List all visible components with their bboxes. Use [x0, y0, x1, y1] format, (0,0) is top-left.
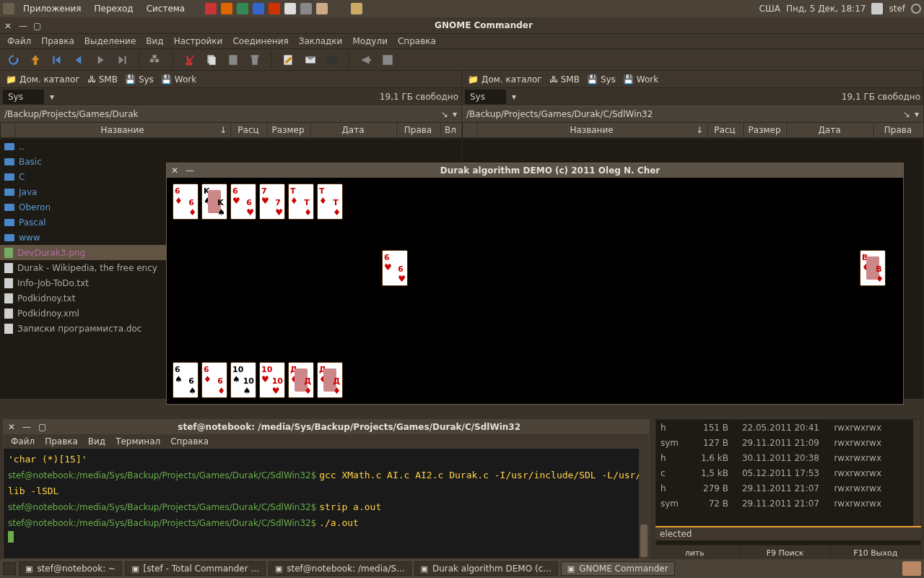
drive-work[interactable]: 💾 Work: [161, 74, 196, 85]
forward-icon[interactable]: [94, 53, 107, 66]
menu-edit[interactable]: Правка: [41, 36, 74, 46]
save-icon[interactable]: [253, 3, 264, 14]
copy-icon[interactable]: [205, 53, 218, 66]
menu-bookmarks[interactable]: Закладки: [299, 36, 343, 46]
file-row[interactable]: h1,6 kB30.11.2011 20:38rwxrwxrwx: [656, 450, 920, 465]
scrollbar[interactable]: [913, 420, 920, 532]
user-name[interactable]: stef: [889, 4, 905, 14]
remote-icon[interactable]: [359, 53, 372, 66]
playing-card[interactable]: K♠K♠: [201, 184, 227, 220]
chevron-down-icon[interactable]: ▾: [915, 109, 919, 119]
trash-icon[interactable]: [902, 561, 921, 576]
task-button[interactable]: ▣ stef@notebook: ~: [19, 561, 122, 576]
col-size[interactable]: Размер: [266, 123, 310, 137]
task-button[interactable]: ▣ GNOME Commander: [561, 561, 675, 576]
refresh-icon[interactable]: [7, 53, 20, 66]
firefox-icon[interactable]: [221, 3, 232, 14]
file-row[interactable]: h151 B22.05.2011 20:41rwxrwxrwx: [656, 420, 920, 435]
col-size[interactable]: Размер: [743, 123, 786, 137]
last-icon[interactable]: [116, 53, 128, 66]
playing-card[interactable]: 6♥6♥: [230, 184, 256, 220]
cut-icon[interactable]: [183, 53, 196, 66]
keyboard-layout[interactable]: США: [759, 4, 780, 14]
right-volume-select[interactable]: Sys: [465, 90, 506, 104]
col-name[interactable]: Название: [476, 123, 707, 137]
task-button[interactable]: ▣ stef@notebook: /media/S...: [269, 561, 411, 576]
term-menu-edit[interactable]: Правка: [45, 436, 78, 447]
playing-card[interactable]: T♦T♦: [317, 184, 343, 220]
playing-card[interactable]: 7♥7♥: [259, 184, 285, 220]
col-date[interactable]: Дата: [786, 123, 873, 137]
close-icon[interactable]: ✕: [171, 165, 178, 176]
menu-view[interactable]: Вид: [146, 36, 163, 46]
paste-icon[interactable]: [227, 53, 240, 66]
maximize-icon[interactable]: ▢: [33, 21, 42, 30]
terminal-output[interactable]: 'char (*)[15]' stef@notebook:/media/Sys/…: [4, 449, 649, 558]
left-path[interactable]: /Backup/Projects/Games/Durak: [4, 109, 139, 119]
chevron-down-icon[interactable]: ▾: [512, 92, 516, 102]
power-icon[interactable]: [911, 4, 921, 14]
history-icon[interactable]: ↘: [903, 109, 910, 119]
scrollbar[interactable]: [639, 449, 649, 558]
drive-smb[interactable]: 🖧 SMB: [87, 74, 118, 85]
fkey-search[interactable]: F9 Поиск: [740, 545, 830, 560]
first-icon[interactable]: [51, 53, 64, 66]
col-owner[interactable]: Вл: [440, 123, 461, 137]
terminal-icon[interactable]: [326, 53, 339, 66]
col-perm[interactable]: Права: [396, 123, 440, 137]
app-icon-2[interactable]: [269, 3, 280, 14]
apps-menu[interactable]: Приложения: [19, 2, 86, 15]
drive-smb[interactable]: 🖧 SMB: [549, 74, 580, 85]
menu-connections[interactable]: Соединения: [232, 36, 288, 46]
col-ext[interactable]: Расц: [230, 123, 266, 137]
col-ext[interactable]: Расц: [707, 123, 743, 137]
close-icon[interactable]: ✕: [4, 21, 13, 30]
app-icon-3[interactable]: [300, 3, 312, 14]
close-icon[interactable]: ✕: [8, 422, 15, 432]
up-icon[interactable]: [29, 53, 42, 66]
playing-card[interactable]: Д♦Д♦: [317, 362, 343, 398]
mail-icon[interactable]: [351, 3, 362, 14]
col-name[interactable]: Название: [14, 123, 230, 137]
menu-select[interactable]: Выделение: [84, 36, 136, 46]
playing-card[interactable]: 10♥10♥: [259, 362, 285, 398]
tool-icon[interactable]: ⁂: [149, 53, 162, 66]
playing-card[interactable]: 6♦6♦: [201, 362, 227, 398]
minimize-icon[interactable]: —: [19, 21, 27, 30]
minimize-icon[interactable]: —: [22, 422, 31, 432]
document-icon[interactable]: [284, 3, 296, 14]
menu-file[interactable]: Файл: [7, 36, 31, 46]
drive-home[interactable]: 📁 Дом. каталог: [468, 74, 542, 85]
playing-card[interactable]: 6♠6♠: [173, 362, 199, 398]
minimize-icon[interactable]: —: [186, 165, 194, 176]
right-path[interactable]: /Backup/Projects/Games/Durak/C/SdlWin32: [466, 109, 653, 119]
back-icon[interactable]: [72, 53, 85, 66]
term-menu-view[interactable]: Вид: [88, 436, 105, 447]
show-desktop-icon[interactable]: [3, 562, 16, 575]
playing-card[interactable]: B♦B♦: [860, 250, 886, 286]
chevron-down-icon[interactable]: ▾: [453, 109, 457, 119]
col-perm[interactable]: Права: [873, 123, 923, 137]
term-menu-terminal[interactable]: Терминал: [116, 436, 160, 447]
menu-help[interactable]: Справка: [398, 36, 436, 46]
playing-card[interactable]: 10♠10♠: [230, 362, 256, 398]
playing-card[interactable]: Д♦Д♦: [288, 362, 314, 398]
file-row[interactable]: sym127 B29.11.2011 21:09rwxrwxrwx: [656, 435, 920, 450]
file-row[interactable]: ..: [0, 139, 461, 154]
tool2-icon[interactable]: [381, 53, 394, 66]
app-icon-4[interactable]: [316, 3, 328, 14]
drive-home[interactable]: 📁 Дом. каталог: [6, 74, 80, 85]
durak-play-area[interactable]: 6♦6♦K♠K♠6♥6♥7♥7♥T♦T♦T♦T♦6♥6♥B♦B♦6♠6♠6♦6♦…: [167, 178, 903, 404]
playing-card[interactable]: T♦T♦: [288, 184, 314, 220]
left-volume-select[interactable]: Sys: [3, 90, 44, 104]
drive-work[interactable]: 💾 Work: [623, 74, 658, 85]
file-row[interactable]: sym72 B29.11.2011 21:07rwxrwxrwx: [656, 496, 920, 511]
term-menu-file[interactable]: Файл: [11, 436, 35, 447]
mail-send-icon[interactable]: [304, 53, 317, 66]
drive-sys[interactable]: 💾 Sys: [587, 74, 616, 85]
history-icon[interactable]: ↘: [441, 109, 448, 119]
delete-icon[interactable]: [248, 53, 261, 66]
drive-sys[interactable]: 💾 Sys: [125, 74, 154, 85]
clock[interactable]: Пнд, 5 Дек, 18:17: [786, 4, 866, 14]
task-button[interactable]: ▣ [stef - Total Commander ...: [125, 561, 266, 576]
